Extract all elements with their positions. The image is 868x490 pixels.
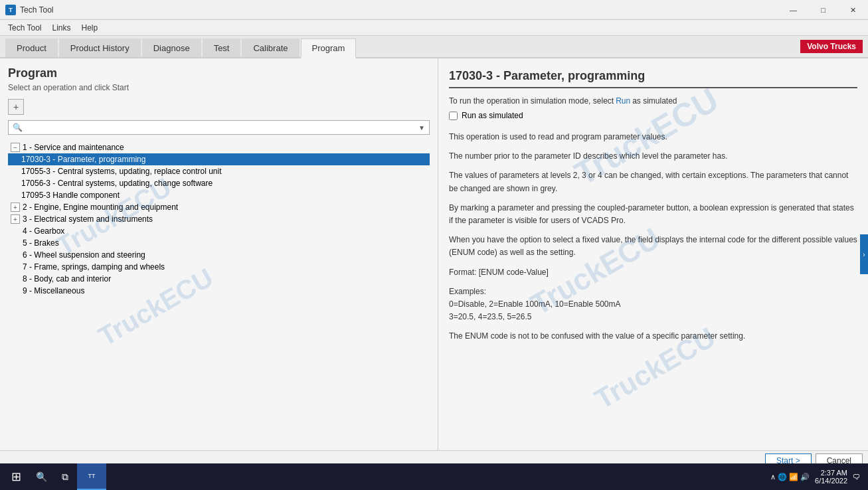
- tree-expand-2[interactable]: +: [11, 203, 20, 212]
- simulation-run-link[interactable]: Run: [616, 96, 630, 106]
- maximize-button[interactable]: □: [808, 0, 838, 20]
- tree-label-6: 6 - Wheel suspension and steering: [11, 250, 427, 260]
- tab-calibrate[interactable]: Calibrate: [242, 39, 299, 57]
- tab-product-history[interactable]: Product History: [59, 39, 141, 57]
- menu-links[interactable]: Links: [46, 22, 76, 34]
- tree-item-1-4[interactable]: 17095-3 Handle component: [8, 189, 430, 201]
- desc-8: The ENUM code is not to be confused with…: [449, 330, 857, 343]
- title-bar-controls: — □ ✕: [778, 0, 868, 20]
- tab-product[interactable]: Product: [5, 39, 58, 57]
- desc-4: By marking a parameter and pressing the …: [449, 202, 857, 227]
- tree-label-8: 8 - Body, cab and interior: [11, 274, 427, 284]
- panel-subtitle: Select an operation and click Start: [8, 83, 430, 92]
- main-content: Program Select an operation and click St…: [0, 58, 868, 450]
- taskbar-right: ∧ 🌐 📶 🔊 2:37 AM 6/14/2022 🗨: [770, 469, 865, 485]
- taskbar-task-view[interactable]: ⧉: [53, 463, 77, 490]
- windows-start-button[interactable]: ⊞: [3, 463, 29, 490]
- tree-label-4: 4 - Gearbox: [11, 226, 427, 236]
- tree-item-1[interactable]: − 1 - Service and maintenance: [8, 141, 430, 153]
- taskbar-time: 2:37 AM: [815, 469, 847, 477]
- tree-item-6[interactable]: 6 - Wheel suspension and steering: [8, 249, 430, 261]
- tree-label-1-4: 17095-3 Handle component: [21, 191, 427, 200]
- desc-7: Examples: 0=Disable, 2=Enable 100mA, 10=…: [449, 286, 857, 324]
- simulation-text-2: as simulated: [632, 96, 677, 106]
- taskbar-search-button[interactable]: 🔍: [29, 463, 53, 490]
- minimize-button[interactable]: —: [778, 0, 808, 20]
- tree-label-1-3: 17056-3 - Central systems, updating, cha…: [21, 179, 427, 188]
- tree-item-1-1[interactable]: 17030-3 - Parameter, programming: [8, 153, 430, 165]
- tree-expand-3[interactable]: +: [11, 214, 20, 224]
- tree-label-1-1: 17030-3 - Parameter, programming: [21, 155, 427, 164]
- tab-program[interactable]: Program: [301, 39, 357, 58]
- desc-2: The number prior to the parameter ID des…: [449, 150, 857, 163]
- volvo-trucks-button[interactable]: Volvo Trucks: [800, 40, 863, 53]
- tree-container: TruckECU TruckECU − 1 - Service and main…: [8, 141, 430, 442]
- taskbar: ⊞ 🔍 ⧉ TT ∧ 🌐 📶 🔊 2:37 AM 6/14/2022 🗨: [0, 463, 868, 490]
- taskbar-date: 6/14/2022: [815, 477, 847, 485]
- nav-tabs: Product Product History Diagnose Test Ca…: [0, 36, 868, 58]
- tree-item-1-2[interactable]: 17055-3 - Central systems, updating, rep…: [8, 165, 430, 177]
- close-button[interactable]: ✕: [838, 0, 868, 20]
- tree-item-3[interactable]: + 3 - Electrical system and instruments: [8, 213, 430, 225]
- tree-label-5: 5 - Brakes: [11, 238, 427, 248]
- search-input[interactable]: [25, 123, 418, 132]
- dropdown-arrow-icon[interactable]: ▼: [418, 124, 425, 131]
- tab-test[interactable]: Test: [203, 39, 241, 57]
- desc-3: The values of parameters at levels 2, 3 …: [449, 169, 857, 195]
- tree-item-4[interactable]: 4 - Gearbox: [8, 225, 430, 237]
- simulation-row: To run the operation in simulation mode,…: [449, 96, 857, 106]
- menu-help[interactable]: Help: [76, 22, 104, 34]
- right-panel-title: 17030-3 - Parameter, programming: [449, 69, 857, 88]
- notification-icon[interactable]: 🗨: [853, 473, 860, 481]
- menu-techtool[interactable]: Tech Tool: [3, 22, 46, 34]
- tree-item-2[interactable]: + 2 - Engine, Engine mounting and equipm…: [8, 201, 430, 213]
- right-panel: TruckECU TruckECU TruckECU 17030-3 - Par…: [438, 58, 868, 450]
- tree-label-3: 3 - Electrical system and instruments: [23, 214, 427, 224]
- right-side-tab[interactable]: ›: [860, 234, 868, 274]
- search-bar: 🔍 ▼: [8, 120, 430, 135]
- tree-expand-1[interactable]: −: [11, 143, 20, 152]
- tree-item-9[interactable]: 9 - Miscellaneous: [8, 285, 430, 297]
- desc-5: When you have the option to select a fix…: [449, 234, 857, 259]
- desc-6: Format: [ENUM code-Value]: [449, 266, 857, 279]
- taskbar-clock: 2:37 AM 6/14/2022: [815, 469, 847, 485]
- run-as-simulated-checkbox[interactable]: [449, 112, 458, 120]
- title-bar-title: Tech Tool: [20, 5, 53, 15]
- taskbar-icons: ∧ 🌐 📶 🔊: [770, 473, 810, 481]
- taskbar-app-techtool[interactable]: TT: [77, 463, 106, 490]
- tree-label-9: 9 - Miscellaneous: [11, 286, 427, 295]
- desc-1: This operation is used to read and progr…: [449, 131, 857, 143]
- tree: − 1 - Service and maintenance 17030-3 - …: [8, 141, 430, 297]
- search-icon: 🔍: [13, 123, 23, 132]
- tab-diagnose[interactable]: Diagnose: [142, 39, 201, 57]
- checkbox-label: Run as simulated: [462, 111, 523, 120]
- tree-item-7[interactable]: 7 - Frame, springs, damping and wheels: [8, 261, 430, 273]
- expand-all-button[interactable]: +: [8, 99, 24, 115]
- checkbox-row: Run as simulated: [449, 111, 857, 120]
- title-bar: T Tech Tool — □ ✕: [0, 0, 868, 20]
- left-panel: Program Select an operation and click St…: [0, 58, 438, 450]
- tree-item-1-3[interactable]: 17056-3 - Central systems, updating, cha…: [8, 177, 430, 189]
- tree-label-1: 1 - Service and maintenance: [23, 143, 427, 152]
- simulation-text: To run the operation in simulation mode,…: [449, 96, 614, 106]
- tree-label-1-2: 17055-3 - Central systems, updating, rep…: [21, 167, 427, 176]
- app-icon: T: [5, 5, 16, 15]
- tree-item-8[interactable]: 8 - Body, cab and interior: [8, 273, 430, 285]
- tree-label-2: 2 - Engine, Engine mounting and equipmen…: [23, 203, 427, 212]
- panel-title: Program: [8, 66, 430, 80]
- tree-label-7: 7 - Frame, springs, damping and wheels: [11, 262, 427, 272]
- tree-item-5[interactable]: 5 - Brakes: [8, 237, 430, 249]
- menu-bar: Tech Tool Links Help Volvo Trucks: [0, 20, 868, 36]
